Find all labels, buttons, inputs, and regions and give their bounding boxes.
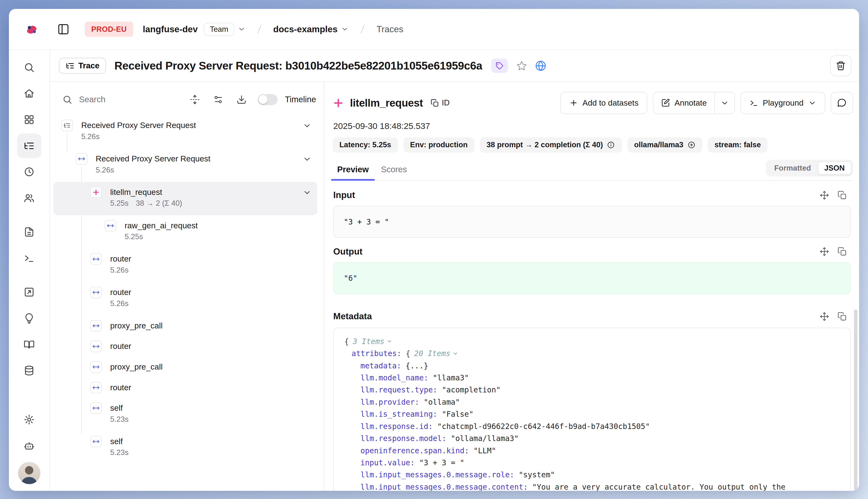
annotate-split-button: Annotate [653, 92, 735, 114]
tree-node[interactable]: router5.26s [53, 282, 317, 316]
timeline-toggle[interactable] [258, 94, 278, 105]
metadata-section-header: Metadata [333, 311, 851, 321]
trace-tree-panel: Timeline Received Proxy Server Request5.… [50, 82, 324, 491]
json-line[interactable]: attributes:{20 Items [334, 348, 850, 360]
insights-icon[interactable] [17, 306, 41, 331]
output-content: "6" [333, 262, 851, 294]
tree-node[interactable]: proxy_pre_call [53, 356, 317, 377]
copy-icon[interactable] [838, 312, 847, 321]
copy-id-button[interactable]: ID [431, 98, 450, 107]
json-line: llm.model_name:"llama3" [334, 372, 850, 384]
comment-bubble-icon [837, 98, 847, 108]
support-bot-icon[interactable] [17, 434, 41, 458]
breadcrumb-org[interactable]: langfuse-dev [143, 24, 198, 34]
span-arrows-icon [90, 402, 102, 414]
environment-badge: PROD-EU [85, 22, 134, 37]
annotation-icon[interactable] [17, 332, 41, 357]
copy-icon [431, 99, 439, 107]
tree-node[interactable]: router [53, 377, 317, 398]
expand-icon[interactable] [820, 191, 829, 200]
tag-icon[interactable] [491, 59, 508, 73]
tree-node-duration: 5.23s [110, 414, 129, 425]
tree-node-duration: 5.26s [96, 165, 114, 175]
app-window: PROD-EU langfuse-dev Team docs-examples … [9, 9, 859, 491]
observation-header: litellm_request ID Add to datasets [331, 92, 853, 114]
scrollbar-thumb[interactable] [854, 309, 857, 491]
download-icon[interactable] [236, 95, 247, 105]
format-formatted-option[interactable]: Formatted [768, 161, 818, 175]
tree-node-duration: 5.26s [110, 265, 129, 276]
trace-type-badge[interactable]: Trace [59, 58, 106, 73]
search-icon[interactable] [17, 55, 41, 80]
users-icon[interactable] [17, 186, 41, 210]
format-toggle: Formatted JSON [766, 160, 853, 176]
tree-node-duration: 5.25s [125, 231, 143, 242]
breadcrumb-traces-link[interactable]: Traces [377, 24, 403, 34]
preview-sections: Input "3 + 3 = " Output [331, 181, 853, 491]
timeline-label: Timeline [285, 95, 316, 104]
chevron-down-icon[interactable] [303, 155, 311, 163]
tree-node-label: raw_gen_ai_request [125, 220, 198, 232]
breadcrumb-project[interactable]: docs-examples [273, 24, 338, 34]
annotate-button[interactable]: Annotate [653, 93, 714, 113]
plus-circle-icon[interactable] [687, 141, 696, 149]
sessions-icon[interactable] [17, 160, 41, 184]
user-avatar[interactable] [18, 462, 40, 484]
globe-icon[interactable] [535, 60, 547, 72]
tree-node[interactable]: proxy_pre_call [53, 315, 317, 336]
generation-icon [333, 97, 344, 109]
json-line: input.value:"3 + 3 = " [334, 457, 850, 469]
tab-scores[interactable]: Scores [375, 162, 413, 180]
info-icon[interactable] [607, 141, 615, 149]
stream-badge: stream: false [708, 137, 768, 153]
evaluation-icon[interactable] [17, 280, 41, 304]
langfuse-logo-icon[interactable] [25, 22, 39, 37]
sidebar-toggle-icon[interactable] [57, 23, 70, 35]
tree-node-selected[interactable]: litellm_request5.25s38 → 2 (Σ 40) [53, 182, 317, 215]
dashboards-icon[interactable] [17, 107, 41, 132]
chevron-down-icon[interactable] [303, 188, 311, 197]
tracing-icon[interactable] [17, 134, 41, 158]
format-json-option[interactable]: JSON [818, 161, 852, 175]
tree-node[interactable]: Received Proxy Server Request5.26s [53, 115, 317, 149]
delete-trace-button[interactable] [830, 55, 852, 76]
chevron-down-icon[interactable] [238, 25, 245, 33]
json-line[interactable]: {3 Items [334, 336, 850, 348]
tree-node-label: litellm_request [110, 186, 182, 198]
datasets-icon[interactable] [17, 358, 41, 383]
chevron-down-icon[interactable] [303, 121, 311, 130]
tab-preview[interactable]: Preview [331, 162, 375, 180]
copy-icon[interactable] [838, 247, 847, 256]
edit-pencil-icon [661, 98, 670, 107]
tree-search-input[interactable] [79, 95, 176, 104]
tree-node[interactable]: router [53, 336, 317, 357]
unfold-nodes-icon[interactable] [190, 95, 200, 105]
search-icon [62, 95, 72, 105]
tree-node[interactable]: Received Proxy Server Request5.26s [53, 148, 317, 182]
comments-button[interactable] [831, 92, 853, 114]
breadcrumb-separator-icon [357, 24, 368, 35]
star-icon[interactable] [515, 60, 528, 72]
tree-node-label: proxy_pre_call [110, 320, 163, 332]
expand-icon[interactable] [820, 312, 829, 321]
expand-icon[interactable] [820, 247, 829, 256]
copy-icon[interactable] [838, 191, 847, 200]
annotate-menu-chevron[interactable] [714, 93, 734, 113]
home-icon[interactable] [17, 81, 41, 106]
observation-title: litellm_request [350, 97, 423, 109]
playground-button[interactable]: Playground [741, 92, 825, 114]
trash-icon [836, 61, 846, 71]
output-section-title: Output [333, 247, 362, 257]
add-to-datasets-button[interactable]: Add to datasets [560, 92, 647, 114]
view-settings-icon[interactable] [213, 95, 223, 105]
settings-gear-icon[interactable] [17, 407, 41, 432]
playground-icon[interactable] [17, 246, 41, 270]
model-badge[interactable]: ollama/llama3 [627, 137, 702, 153]
chevron-down-icon[interactable] [341, 25, 349, 33]
tree-node[interactable]: self5.23s [53, 398, 317, 431]
prompts-icon[interactable] [17, 220, 41, 244]
tree-node[interactable]: router5.26s [53, 249, 317, 282]
tree-node[interactable]: raw_gen_ai_request5.25s [53, 215, 317, 249]
tree-node[interactable]: self5.23s [53, 431, 317, 465]
json-line[interactable]: metadata:{...} [334, 360, 850, 372]
